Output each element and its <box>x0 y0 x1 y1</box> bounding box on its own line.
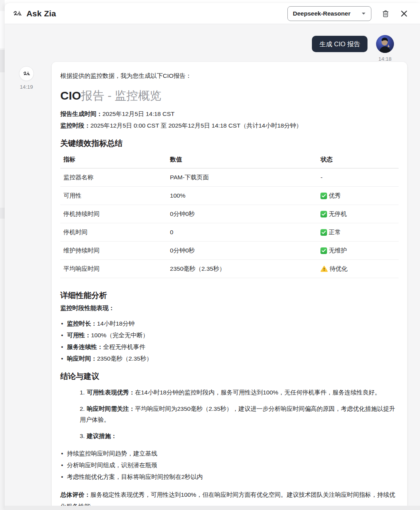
chat-scroll-area[interactable]: 生成 CIO 报告 14:18 <box>5 24 420 510</box>
report-meta: 报告生成时间：2025年12月5日 14:18 CST 监控时段：2025年12… <box>60 108 399 131</box>
user-message-bubble: 生成 CIO 报告 <box>312 36 368 52</box>
kpi-header-row: 指标 数值 状态 <box>60 151 399 168</box>
model-selector-value: Deepseek-Reasoner <box>293 10 350 17</box>
close-icon <box>400 9 408 18</box>
panel-header: Ask Zia Deepseek-Reasoner <box>5 3 420 24</box>
check-icon <box>320 247 327 254</box>
model-selector[interactable]: Deepseek-Reasoner <box>287 6 371 21</box>
list-item: 持续监控响应时间趋势，建立基线 <box>60 448 399 459</box>
list-item: 监控时长：14小时18分钟 <box>60 318 399 329</box>
list-item: 响应时间：2350毫秒（2.35秒） <box>60 353 399 365</box>
chevron-down-icon <box>361 12 366 15</box>
report-title: CIO报告 - 监控概览 <box>60 88 399 103</box>
kpi-heading: 关键绩效指标总结 <box>60 138 399 149</box>
list-item: 可用性：100%（完全无中断） <box>60 329 399 341</box>
zia-logo-icon <box>12 9 23 18</box>
check-icon <box>320 193 327 199</box>
zia-logo-icon <box>23 70 31 77</box>
check-icon <box>320 229 327 236</box>
table-row: 停机时间 0 正常 <box>60 223 399 242</box>
table-row: 维护持续时间 0分钟0秒 无维护 <box>60 242 399 260</box>
user-message-row: 生成 CIO 报告 14:18 <box>5 35 420 62</box>
trash-icon <box>382 9 390 18</box>
kpi-table: 指标 数值 状态 监控器名称 PAM-下载页面 - 可用性 <box>60 151 399 278</box>
list-item: 服务连续性：全程无停机事件 <box>60 341 399 353</box>
list-item: 分析响应时间组成，识别潜在瓶颈 <box>60 459 399 471</box>
list-item: 考虑性能优化方案，目标将响应时间控制在2秒以内 <box>60 471 399 483</box>
check-icon <box>320 211 327 217</box>
table-row: 平均响应时间 2350毫秒（2.35秒） 待优化 <box>60 260 399 278</box>
conclusion-item: 2.响应时间需关注：平均响应时间为2350毫秒（2.35秒），建议进一步分析响应… <box>60 403 399 425</box>
assistant-message-row: 14:19 根据提供的监控数据，我为您生成以下CIO报告： CIO报告 - 监控… <box>5 62 420 510</box>
assistant-report-card: 根据提供的监控数据，我为您生成以下CIO报告： CIO报告 - 监控概览 报告生… <box>52 62 407 510</box>
user-message-time: 14:18 <box>378 56 392 62</box>
background-page-sliver <box>0 0 5 510</box>
performance-heading: 详细性能分析 <box>60 290 399 301</box>
report-generated-time: 报告生成时间：2025年12月5日 14:18 CST <box>60 108 399 120</box>
table-row: 可用性 100% 优秀 <box>60 187 399 205</box>
kpi-col-metric: 指标 <box>60 151 167 168</box>
close-panel-button[interactable] <box>400 9 408 18</box>
measures-bullet-list: 持续监控响应时间趋势，建立基线 分析响应时间组成，识别潜在瓶颈 考虑性能优化方案… <box>60 448 399 483</box>
user-avatar <box>376 35 394 53</box>
assistant-message-time: 14:19 <box>20 84 33 90</box>
delete-conversation-button[interactable] <box>382 9 390 18</box>
performance-bullet-list: 监控时长：14小时18分钟 可用性：100%（完全无中断） 服务连续性：全程无停… <box>60 318 399 365</box>
performance-subheading: 监控时段性能表现： <box>60 303 399 313</box>
conclusion-heading: 结论与建议 <box>60 371 399 382</box>
report-monitor-period: 监控时段：2025年12月5日 0:00 CST 至 2025年12月5日 14… <box>60 120 399 131</box>
conclusion-item: 1.可用性表现优秀：在14小时18分钟的监控时段内，服务可用性达到100%，无任… <box>60 387 399 398</box>
bottom-edge <box>5 506 420 510</box>
assistant-avatar <box>19 66 34 81</box>
table-row: 监控器名称 PAM-下载页面 - <box>60 168 399 187</box>
kpi-col-status: 状态 <box>317 151 399 168</box>
panel-title: Ask Zia <box>26 9 56 18</box>
table-row: 停机持续时间 0分钟0秒 无停机 <box>60 205 399 223</box>
ask-zia-panel: Ask Zia Deepseek-Reasoner <box>5 3 420 510</box>
warning-icon <box>320 265 328 272</box>
kpi-col-value: 数值 <box>167 151 317 168</box>
report-intro: 根据提供的监控数据，我为您生成以下CIO报告： <box>60 71 399 81</box>
brand: Ask Zia <box>12 9 56 18</box>
conclusion-item: 3.建议措施： <box>60 431 399 442</box>
